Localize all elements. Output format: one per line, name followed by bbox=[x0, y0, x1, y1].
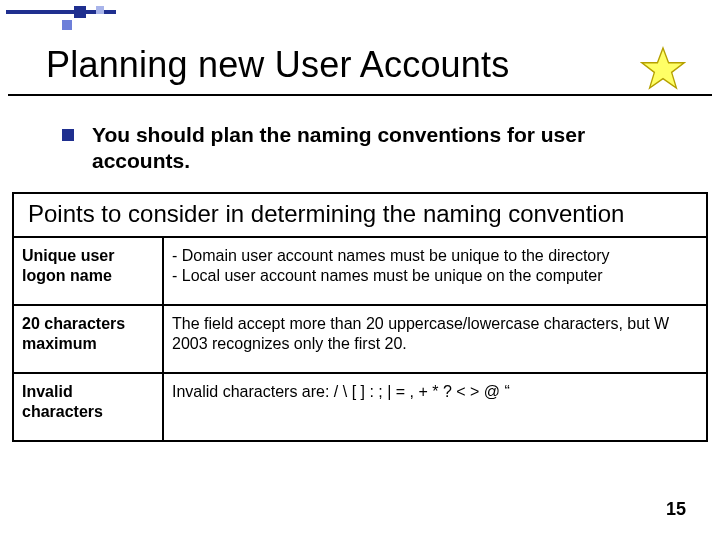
row-text: Invalid characters are: / \ [ ] : ; | = … bbox=[163, 373, 706, 440]
bullet-text: You should plan the naming conventions f… bbox=[92, 122, 680, 175]
title-underline bbox=[8, 94, 712, 96]
row-label: Unique user logon name bbox=[14, 238, 163, 305]
accent-square-dark bbox=[74, 6, 86, 18]
star-icon bbox=[640, 46, 686, 92]
accent-square-light bbox=[96, 6, 104, 14]
points-header: Points to consider in determining the na… bbox=[14, 194, 706, 238]
row-label: Invalid characters bbox=[14, 373, 163, 440]
table-row: Unique user logon name - Domain user acc… bbox=[14, 238, 706, 305]
table-row: Invalid characters Invalid characters ar… bbox=[14, 373, 706, 440]
table-row: 20 characters maximum The field accept m… bbox=[14, 305, 706, 373]
svg-marker-0 bbox=[642, 48, 684, 88]
slide-corner-accent bbox=[6, 6, 116, 40]
row-label: 20 characters maximum bbox=[14, 305, 163, 373]
accent-square-mid bbox=[62, 20, 72, 30]
points-table-container: Points to consider in determining the na… bbox=[12, 192, 708, 442]
main-bullet: You should plan the naming conventions f… bbox=[62, 122, 680, 175]
page-number: 15 bbox=[666, 499, 686, 520]
row-text: - Domain user account names must be uniq… bbox=[163, 238, 706, 305]
bullet-marker bbox=[62, 129, 74, 141]
points-table: Unique user logon name - Domain user acc… bbox=[14, 238, 706, 440]
slide-title: Planning new User Accounts bbox=[46, 44, 509, 86]
row-text: The field accept more than 20 uppercase/… bbox=[163, 305, 706, 373]
